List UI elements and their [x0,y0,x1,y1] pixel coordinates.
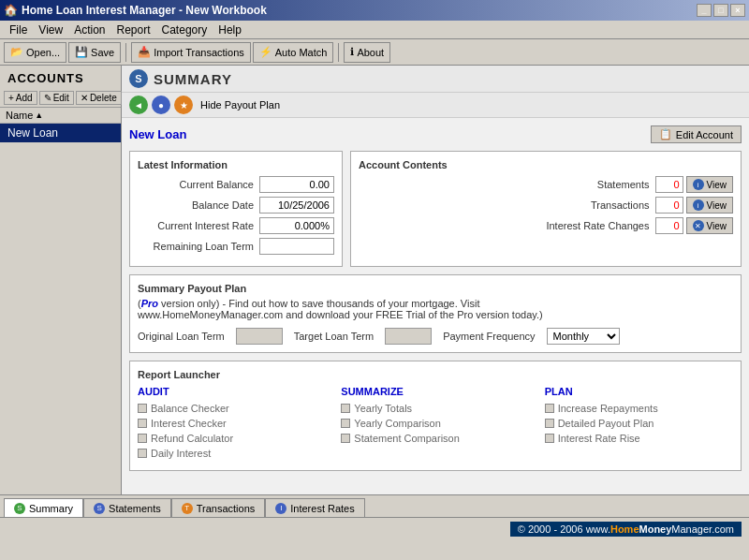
balance-checker-label[interactable]: Balance Checker [151,403,229,414]
status-bar: © 2000 - 2006 www.HomeMoneyManager.com [0,517,749,539]
balance-date-value: 10/25/2006 [259,197,334,214]
statement-comparison-label[interactable]: Statement Comparison [354,433,460,444]
interest-rate-rise-item: Interest Rate Rise [545,433,733,444]
sidebar-col-header: Name ▲ [0,108,121,124]
refund-calculator-label[interactable]: Refund Calculator [151,433,233,444]
refund-calculator-item: Refund Calculator [138,433,326,444]
yearly-totals-label[interactable]: Yearly Totals [354,403,412,414]
import-button[interactable]: 📥 Import Transactions [131,42,251,63]
tab-statements[interactable]: S Statements [83,498,171,517]
interest-changes-count: 0 [655,217,683,234]
summary-prev-icon[interactable]: ◄ [129,96,148,114]
yearly-comparison-item: Yearly Comparison [341,418,529,429]
yearly-comparison-checkbox[interactable] [341,419,350,428]
sidebar-items: New Loan [0,124,121,142]
detailed-payout-label[interactable]: Detailed Payout Plan [558,418,654,429]
loan-header: New Loan 📋 Edit Account [129,125,742,143]
summary-next-icon[interactable]: ● [152,96,170,114]
menu-category[interactable]: Category [156,22,213,38]
menu-report[interactable]: Report [111,22,156,38]
transactions-row: Transactions 0 i View [359,197,733,214]
edit-account-btn[interactable]: 📋 Edit Account [651,125,742,143]
summary-star-icon[interactable]: ★ [174,96,193,114]
minimize-button[interactable]: _ [697,4,712,17]
daily-interest-item: Daily Interest [138,448,326,459]
save-button[interactable]: 💾 Save [68,42,121,63]
tab-interest-rates[interactable]: I Interest Rates [265,498,364,517]
latest-info-panel: Latest Information Current Balance 0.00 … [129,151,343,267]
statements-view-button[interactable]: i View [686,176,734,193]
summary-header: S SUMMARY [122,66,749,93]
interest-changes-row: Interest Rate Changes 0 ✕ View [359,217,733,234]
delete-account-button[interactable]: ✕ Delete [76,91,122,105]
original-term-label: Original Loan Term [138,331,225,342]
account-contents-title: Account Contents [359,159,733,170]
open-button[interactable]: 📂 Open... [4,42,66,63]
balance-checker-checkbox[interactable] [138,404,147,413]
interest-checker-checkbox[interactable] [138,419,147,428]
yearly-totals-checkbox[interactable] [341,404,350,413]
tab-transactions[interactable]: T Transactions [171,498,266,517]
increase-repayments-label[interactable]: Increase Repayments [558,403,658,414]
tab-summary[interactable]: S Summary [4,498,83,517]
content-panel: S SUMMARY ◄ ● ★ Hide Payout Plan New Loa… [122,66,749,494]
bottom-tabs: S Summary S Statements T Transactions I … [0,494,749,517]
sort-icon: ▲ [35,111,43,120]
statement-comparison-item: Statement Comparison [341,433,529,444]
target-term-input[interactable] [385,328,432,345]
menu-file[interactable]: File [4,22,33,38]
close-button[interactable]: × [730,4,745,17]
sidebar-item-new-loan[interactable]: New Loan [0,124,121,142]
automatch-button[interactable]: ⚡ Auto Match [253,42,334,63]
summary-s-icon: S [129,69,148,88]
summarize-column: SUMMARIZE Yearly Totals Yearly Compariso… [341,386,529,463]
home-text: Home [610,523,639,535]
refund-calculator-checkbox[interactable] [138,434,147,443]
interest-rate-rise-label[interactable]: Interest Rate Rise [558,433,640,444]
daily-interest-checkbox[interactable] [138,449,147,458]
interest-rates-tab-label: Interest Rates [290,503,354,514]
frequency-select[interactable]: Monthly Weekly Fortnightly [547,328,620,345]
menu-action[interactable]: Action [68,22,110,38]
payout-description: (Pro version only) - Find out how to sav… [138,298,733,320]
statements-tab-icon: S [94,503,105,514]
report-section: Report Launcher AUDIT Balance Checker In… [129,361,742,471]
increase-repayments-item: Increase Repayments [545,403,733,414]
about-icon: ℹ [350,46,354,58]
interest-checker-label[interactable]: Interest Checker [151,418,227,429]
interest-view-button[interactable]: ✕ View [686,217,734,234]
balance-date-label: Balance Date [138,199,259,211]
original-term-input[interactable] [236,328,283,345]
interest-rate-rise-checkbox[interactable] [545,434,554,443]
latest-info-title: Latest Information [138,159,334,170]
payout-section: Summary Payout Plan (Pro version only) -… [129,274,742,353]
yearly-comparison-label[interactable]: Yearly Comparison [354,418,441,429]
hide-payout-link[interactable]: Hide Payout Plan [200,99,280,111]
money-text: Money [639,523,672,535]
transactions-view-button[interactable]: i View [686,197,734,214]
about-button[interactable]: ℹ About [344,42,390,63]
detailed-payout-checkbox[interactable] [545,419,554,428]
edit-icon: ✎ [44,93,51,103]
statement-comparison-checkbox[interactable] [341,434,350,443]
balance-date-row: Balance Date 10/25/2006 [138,197,334,214]
plan-title: PLAN [545,386,733,397]
loan-term-row: Remaining Loan Term [138,238,334,255]
report-columns: AUDIT Balance Checker Interest Checker R… [138,386,733,463]
add-account-button[interactable]: + Add [4,91,37,105]
balance-checker-item: Balance Checker [138,403,326,414]
menu-view[interactable]: View [33,22,68,38]
statements-row: Statements 0 i View [359,176,733,193]
maximize-button[interactable]: □ [713,4,728,17]
account-contents-panel: Account Contents Statements 0 i View Tra… [350,151,742,267]
interest-rate-row: Current Interest Rate 0.000% [138,217,334,234]
daily-interest-label[interactable]: Daily Interest [151,448,211,459]
edit-account-button[interactable]: ✎ Edit [39,91,74,105]
statements-tab-label: Statements [109,503,161,514]
menu-bar: File View Action Report Category Help [0,21,749,39]
increase-repayments-checkbox[interactable] [545,404,554,413]
sidebar-title: ACCOUNTS [0,66,121,89]
transactions-tab-label: Transactions [197,503,256,514]
edit-account-icon: 📋 [659,128,672,140]
menu-help[interactable]: Help [213,22,247,38]
